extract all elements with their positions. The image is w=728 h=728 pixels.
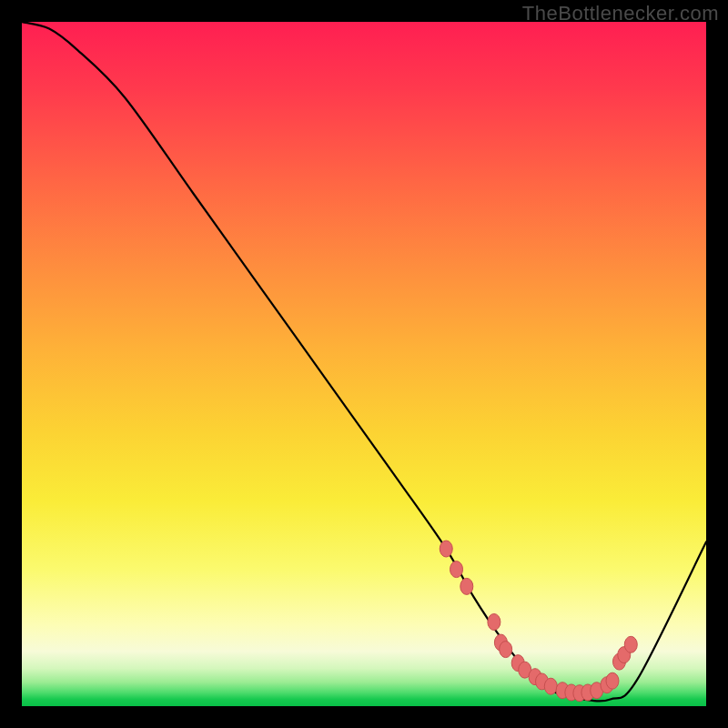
plot-background-gradient [22, 22, 706, 706]
chart-frame: TheBottlenecker.com [0, 0, 728, 728]
plot-area [22, 22, 706, 706]
